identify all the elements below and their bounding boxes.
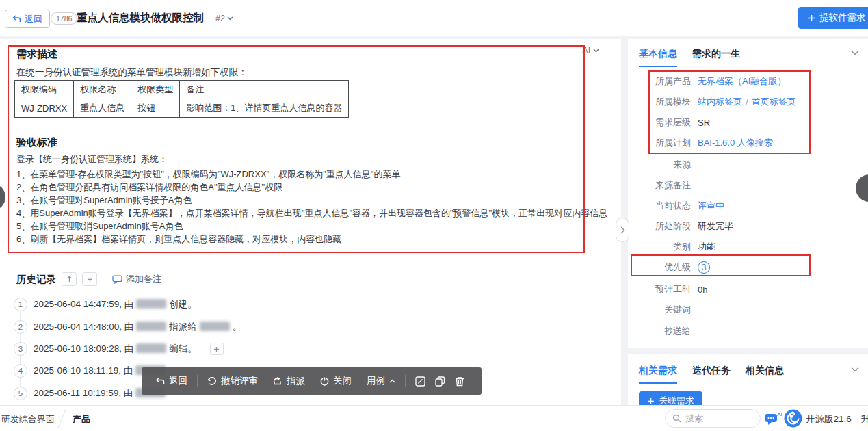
main-content-panel: AI 需求描述 在统一身份认证管理系统的菜单管理模块新增如下权限： 权限编码 权…	[0, 39, 621, 405]
expand-sidebar-handle[interactable]	[616, 218, 629, 242]
search-icon	[672, 414, 681, 423]
close-button[interactable]: 关闭	[320, 375, 352, 387]
create-requirement-button[interactable]: 提软件需求	[798, 7, 868, 29]
ai-dropdown-label: AI	[582, 45, 590, 55]
tab-requirement-lifecycle[interactable]: 需求的一生	[692, 48, 740, 67]
ai-dropdown[interactable]: AI	[582, 45, 599, 55]
redacted-name	[136, 343, 166, 353]
related-tabs: 相关需求 迭代任务 相关信息	[639, 365, 784, 384]
table-row: WJ-ZDRXX 重点人信息 按钮 影响范围：1、详情页重点人信息的容器	[15, 99, 349, 118]
description-intro: 在统一身份认证管理系统的菜单管理模块新增如下权限：	[16, 66, 248, 79]
power-icon	[320, 377, 329, 386]
table-header-row: 权限编码 权限名称 权限类型 备注	[15, 81, 349, 99]
priority-badge: 3	[698, 261, 710, 274]
back-button-label: 返回	[25, 13, 42, 25]
acceptance-list: 1、在菜单管理-存在权限类型为"按钮"，权限编码为"WJ-ZDRXX"，权限名称…	[16, 168, 607, 246]
field-status: 当前状态 评审中	[628, 199, 868, 213]
acceptance-item: 5、在账号管理取消SuperAdmin账号A角色	[16, 220, 607, 233]
sort-history-button[interactable]	[62, 272, 77, 286]
tab-related-info[interactable]: 相关信息	[746, 365, 784, 384]
cell-permission-code: WJ-ZDRXX	[15, 99, 74, 118]
history-header: 历史记录 添加备注	[16, 272, 161, 286]
module-link[interactable]: 首页标签页	[752, 96, 796, 108]
module-link[interactable]: 站内标签页	[698, 96, 742, 108]
acceptance-intro: 登录【统一身份认证管理系统】系统：	[16, 153, 168, 166]
svg-text:AI: AI	[777, 411, 782, 417]
redacted-name	[136, 322, 166, 331]
global-search[interactable]	[665, 409, 761, 428]
col-permission-code: 权限编码	[15, 81, 74, 99]
history-entry-number: 1	[14, 298, 27, 311]
action-toolbar: 返回 撤销评审 指派 关闭 用例	[142, 367, 482, 395]
history-entry-text: 2025-06-04 14:47:59, 由创建。	[34, 298, 197, 311]
field-estimated-hours: 预计工时 0h	[628, 283, 868, 296]
acceptance-item: 1、在菜单管理-存在权限类型为"按钮"，权限编码为"WJ-ZDRXX"，权限名称…	[16, 168, 607, 181]
breadcrumb-separator	[57, 409, 66, 428]
basic-info-panel: 基本信息 需求的一生 所属产品 无界档案（AI融合版） 所属模块 站内标签页 /…	[628, 39, 868, 348]
col-permission-name: 权限名称	[74, 81, 131, 99]
field-keywords: 关键词	[628, 303, 868, 317]
ai-assistant-icon[interactable]: AI	[764, 410, 783, 426]
collapse-panel-icon[interactable]	[851, 50, 859, 55]
history-entry: 2 2025-06-04 14:48:00, 由指派给。	[14, 320, 241, 334]
toolbar-back-button[interactable]: 返回	[155, 375, 187, 387]
comment-bubble-icon	[112, 275, 122, 284]
acceptance-heading: 验收标准	[16, 136, 57, 149]
tab-basic-info[interactable]: 基本信息	[639, 48, 677, 67]
toolbar-divider	[405, 375, 406, 387]
upgrade-link[interactable]: 升	[860, 413, 868, 426]
field-requirement-level: 需求层级 SR	[628, 116, 868, 129]
product-link[interactable]: 无界档案（AI融合版）	[698, 75, 786, 88]
search-input[interactable]	[685, 413, 747, 423]
status-badge: 评审中	[698, 200, 724, 212]
usecase-dropdown[interactable]: 用例	[367, 375, 395, 387]
add-comment-button[interactable]: 添加备注	[112, 273, 161, 285]
create-requirement-label: 提软件需求	[819, 12, 866, 24]
edit-icon-button[interactable]	[415, 376, 425, 387]
expand-entry-button[interactable]	[210, 343, 224, 355]
copy-icon-button[interactable]	[435, 376, 445, 387]
breadcrumb-product[interactable]: 产品	[73, 413, 90, 426]
add-comment-label: 添加备注	[126, 273, 161, 285]
tab-iteration-tasks[interactable]: 迭代任务	[692, 365, 731, 384]
plus-icon	[647, 397, 655, 405]
cell-remark: 影响范围：1、详情页重点人信息的容器	[180, 99, 349, 118]
redacted-name	[136, 299, 166, 309]
history-heading: 历史记录	[16, 273, 56, 286]
chevron-up-icon	[389, 379, 395, 383]
plus-icon	[808, 14, 815, 22]
revoke-review-button[interactable]: 撤销评审	[207, 375, 258, 387]
delete-icon-button[interactable]	[455, 376, 464, 387]
field-stage: 所处阶段 研发完毕	[628, 220, 868, 233]
back-button[interactable]: 返回	[5, 10, 50, 28]
field-source: 来源	[628, 158, 868, 172]
field-cc-to: 抄送给	[628, 324, 868, 338]
version-dropdown[interactable]: #2	[215, 14, 233, 23]
info-tabs: 基本信息 需求的一生	[639, 48, 740, 67]
field-module: 所属模块 站内标签页 / 首页标签页	[628, 95, 868, 109]
acceptance-item: 4、用SuperAdmin账号登录【无界档案】，点开某档案详情，导航栏出现"重点…	[16, 207, 607, 220]
acceptance-item: 3、在账号管理对SuperAdmin账号授予A角色	[16, 194, 607, 207]
workspace-breadcrumb[interactable]: 研发综合界面	[1, 413, 55, 426]
tab-related-requirements[interactable]: 相关需求	[639, 365, 677, 384]
top-bar: 返回 1786 重点人信息模块做权限控制 #2 提软件需求	[0, 0, 868, 36]
expand-history-button[interactable]	[82, 272, 97, 286]
collapse-panel-icon[interactable]	[851, 367, 859, 372]
history-entry-number: 4	[14, 364, 27, 378]
toolbar-divider	[197, 375, 198, 387]
bottom-status-bar: 研发综合界面 产品 AI 开源版21.6 升	[0, 405, 868, 431]
plan-link[interactable]: BAI-1.6.0 人像搜索	[698, 137, 773, 149]
requirement-id-badge: 1786	[51, 12, 77, 25]
field-source-note: 来源备注	[628, 179, 868, 192]
acceptance-item: 2、在角色管理分配具有访问档案详情权限的角色A"重点人信息"权限	[16, 181, 607, 194]
back-icon	[155, 377, 165, 385]
related-panel: 相关需求 迭代任务 相关信息 关联需求	[628, 354, 868, 405]
field-category: 类别 功能	[628, 240, 868, 254]
assign-button[interactable]: 指派	[273, 375, 305, 387]
zentao-logo[interactable]	[784, 409, 802, 428]
acceptance-item: 6、刷新【无界档案】档案详情页，则重点人信息容器隐藏，对应模块，内容也隐藏	[16, 233, 607, 246]
chevron-down-icon	[593, 49, 599, 53]
hand-pointer-icon	[273, 377, 282, 386]
cell-permission-name: 重点人信息	[74, 99, 131, 118]
history-entry-text: 2025-06-10 18:09:28, 由编辑。	[34, 343, 197, 355]
